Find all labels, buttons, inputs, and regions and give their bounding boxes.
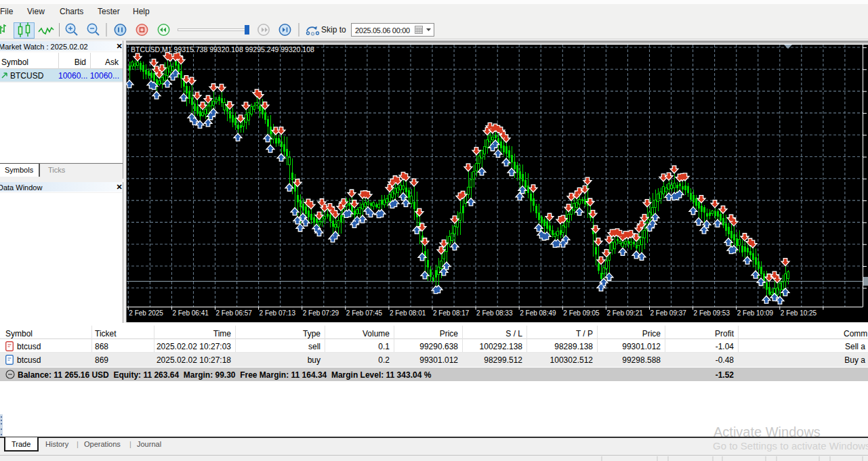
svg-text:2 Feb 08:49: 2 Feb 08:49 (520, 309, 556, 317)
svg-text:2 Feb 06:57: 2 Feb 06:57 (216, 309, 253, 317)
svg-text:BTCUSD,M1 99315.738 99320.108: BTCUSD,M1 99315.738 99320.108 99295.249 … (131, 45, 314, 53)
svg-text:2 Feb 09:53: 2 Feb 09:53 (694, 309, 730, 317)
svg-text:2 Feb 08:01: 2 Feb 08:01 (390, 309, 426, 317)
svg-text:2 Feb 09:37: 2 Feb 09:37 (650, 309, 687, 317)
svg-text:2 Feb 10:09: 2 Feb 10:09 (737, 309, 774, 317)
svg-text:2 Feb 08:33: 2 Feb 08:33 (476, 309, 513, 317)
svg-text:2 Feb 08:17: 2 Feb 08:17 (433, 309, 470, 317)
svg-text:2 Feb 07:13: 2 Feb 07:13 (260, 309, 296, 317)
svg-text:2 Feb 09:21: 2 Feb 09:21 (606, 309, 643, 317)
svg-text:2 Feb 10:25: 2 Feb 10:25 (781, 309, 817, 317)
svg-text:2 Feb 06:41: 2 Feb 06:41 (172, 309, 209, 317)
svg-text:2 Feb 07:45: 2 Feb 07:45 (346, 309, 383, 317)
svg-text:2 Feb 07:29: 2 Feb 07:29 (303, 309, 339, 317)
svg-text:2 Feb 2025: 2 Feb 2025 (129, 309, 163, 317)
svg-text:2 Feb 09:05: 2 Feb 09:05 (563, 309, 600, 317)
